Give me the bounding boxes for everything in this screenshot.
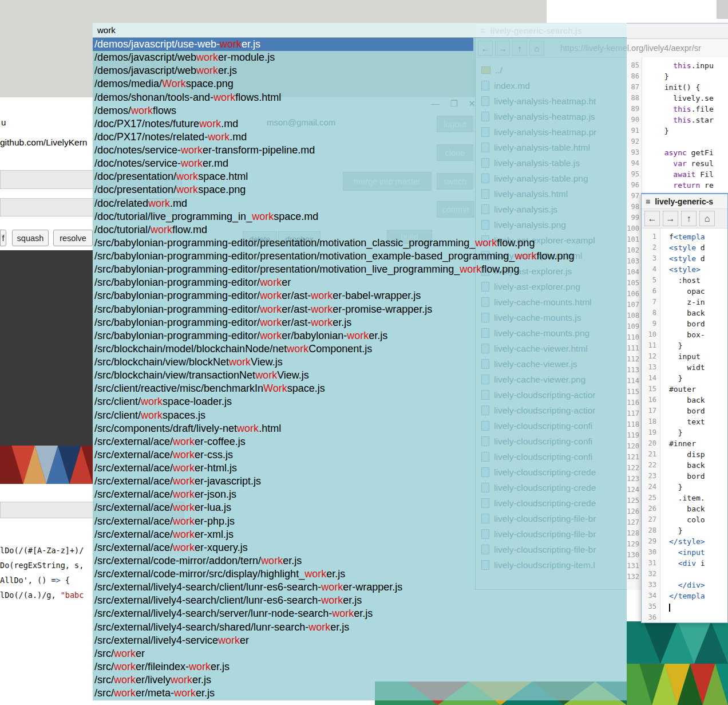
line-number: 130 <box>627 550 642 561</box>
code-line: 10 box- <box>642 329 727 340</box>
search-result-row[interactable]: /doc/relatedwork.md <box>93 197 627 210</box>
line-number: 92 <box>627 136 642 147</box>
line-number: 34 <box>642 590 660 601</box>
line-number: 89 <box>627 104 642 115</box>
search-result-row[interactable]: /src/blockchain/model/blockchainNode/net… <box>93 342 627 356</box>
search-result-row[interactable]: /doc/PX17/notes/related-work.md <box>93 131 627 144</box>
search-result-row[interactable]: /src/worker <box>93 647 627 660</box>
search-result-row[interactable]: /src/client/workspace-loader.js <box>93 395 627 408</box>
search-result-row[interactable]: /demos/media/Workspace.png <box>93 77 627 90</box>
search-result-row[interactable]: /src/babylonian-programming-editor/prese… <box>93 263 627 276</box>
search-result-row[interactable]: /src/components/draft/lively-network.htm… <box>93 422 627 435</box>
code-line: 95 await Fil <box>627 169 728 180</box>
triangle-mosaic <box>627 664 728 705</box>
search-result-row[interactable]: /src/external/lively4-search/server/lunr… <box>93 607 627 620</box>
window-titlebar[interactable]: ≡ lively-generic-s <box>642 194 727 209</box>
search-result-row[interactable]: /doc/presentation/workspace.png <box>93 183 627 196</box>
search-result-row[interactable]: /src/external/ace/worker-html.js <box>93 462 627 475</box>
line-number: 10 <box>642 329 660 340</box>
back-button[interactable]: ← <box>644 211 660 226</box>
code-line: 89 this.file <box>627 104 728 115</box>
search-result-row[interactable]: /src/external/lively4-serviceworker <box>93 634 627 647</box>
search-result-row[interactable]: /doc/PX17/notes/futurework.md <box>93 117 627 131</box>
search-result-row[interactable]: /src/external/ace/worker-css.js <box>93 448 627 462</box>
search-result-row[interactable]: /src/blockchain/view/blockNetworkView.js <box>93 356 627 369</box>
line-number: 90 <box>627 115 642 125</box>
search-result-row[interactable]: /doc/presentation/workspace.html <box>93 170 627 183</box>
search-input[interactable]: work <box>93 23 627 38</box>
home-button[interactable]: ⌂ <box>699 211 715 226</box>
code-line: 29</style> <box>642 536 727 547</box>
code-fragment: Do(regExString, s, <box>0 561 84 570</box>
search-result-row[interactable]: /demos/javascript/webworker.js <box>93 64 627 77</box>
search-result-row[interactable]: /src/client/workspaces.js <box>93 409 627 422</box>
search-result-row[interactable]: /src/external/lively4-search/client/lunr… <box>93 594 627 607</box>
code-line: 86 } <box>627 71 728 82</box>
window-title: lively-generic-s <box>655 197 713 206</box>
search-result-row[interactable]: /src/babylonian-programming-editor/worke… <box>93 329 627 342</box>
code-line: 11 } <box>642 340 727 351</box>
up-button[interactable]: ↑ <box>681 211 697 226</box>
search-result-row[interactable]: /src/babylonian-programming-editor/worke… <box>93 289 627 302</box>
code-line: 17 bord <box>642 405 727 416</box>
search-result-row[interactable]: /src/blockchain/view/transactionNetworkV… <box>93 369 627 382</box>
search-result-row[interactable]: /src/external/ace/worker-xml.js <box>93 528 627 541</box>
cut-button[interactable]: f <box>0 230 6 246</box>
line-number: 22 <box>642 460 660 471</box>
line-number: 129 <box>627 539 642 550</box>
line-number: 110 <box>627 332 642 343</box>
search-result-row[interactable]: /doc/notes/service-worker.md <box>93 157 627 170</box>
line-number: 11 <box>642 340 660 351</box>
line-number: 9 <box>642 318 660 329</box>
line-number: 88 <box>627 93 642 104</box>
search-result-row[interactable]: /src/babylonian-programming-editor/prese… <box>93 237 627 250</box>
search-result-row[interactable]: /src/external/ace/worker-lua.js <box>93 501 627 514</box>
resolve-button[interactable]: resolve <box>53 230 93 246</box>
search-result-row[interactable]: /src/external/code-mirror/src/display/hi… <box>93 568 627 581</box>
line-number: 124 <box>627 485 642 495</box>
line-number: 86 <box>627 71 642 82</box>
search-result-row[interactable]: /src/external/ace/worker-xquery.js <box>93 541 627 554</box>
code-line: 34</templa <box>642 590 727 601</box>
search-result-row[interactable]: /src/external/code-mirror/addon/tern/wor… <box>93 554 627 568</box>
code-line: 91 } <box>627 125 728 136</box>
search-result-row[interactable]: /src/external/ace/worker-javascript.js <box>93 475 627 488</box>
search-result-row[interactable]: /doc/tutorial/workflow.md <box>93 223 627 237</box>
code-line: 32 <box>642 569 727 580</box>
search-result-row[interactable]: /doc/tutorial/live_programming_in_worksp… <box>93 210 627 223</box>
search-result-row[interactable]: /src/babylonian-programming-editor/prese… <box>93 250 627 263</box>
code-editor[interactable]: 1f<templa2<style d3<style d4<style>5 :ho… <box>642 229 727 623</box>
search-result-row[interactable]: /src/external/ace/worker-json.js <box>93 488 627 501</box>
search-result-row[interactable]: /src/babylonian-programming-editor/worke… <box>93 276 627 289</box>
forward-button[interactable]: → <box>663 211 678 226</box>
search-result-row[interactable]: /src/client/reactive/misc/benchmarkInWor… <box>93 382 627 395</box>
search-result-row[interactable]: /src/external/lively4-search/client/lunr… <box>93 581 627 594</box>
search-result-row[interactable]: /src/worker/meta-worker.js <box>93 687 627 700</box>
search-result-row[interactable]: /demos/shonan/tools-and-workflows.html <box>93 91 627 104</box>
code-line: 27 colo <box>642 514 727 525</box>
line-number: 101 <box>627 234 642 245</box>
search-result-row[interactable]: /src/babylonian-programming-editor/worke… <box>93 303 627 316</box>
code-line: 18 text <box>642 416 727 427</box>
triangle-mosaic <box>0 446 93 484</box>
search-result-row[interactable]: /src/worker/livelyworker.js <box>93 674 627 687</box>
search-result-row[interactable]: /src/worker/fileindex-worker.js <box>93 660 627 674</box>
search-result-row[interactable]: /src/external/ace/worker-php.js <box>93 515 627 528</box>
search-result-row[interactable]: /demos/workflows <box>93 104 627 117</box>
line-number: 85 <box>627 60 642 71</box>
search-result-row[interactable]: /doc/notes/service-worker-transform-pipe… <box>93 144 627 157</box>
code-line: 5 :host <box>642 275 727 286</box>
menu-icon[interactable]: ≡ <box>646 197 650 206</box>
code-line: 90 this.star <box>627 115 728 125</box>
search-result-row[interactable]: /src/external/ace/worker-coffee.js <box>93 435 627 448</box>
search-result-row[interactable]: /demos/javascript/webworker-module.js <box>93 51 627 64</box>
search-result-row[interactable]: /demos/javascript/use-web-worker.js <box>93 38 473 51</box>
line-number: 21 <box>642 449 660 460</box>
text-fragment: u <box>1 117 6 127</box>
search-result-row[interactable]: /src/external/lively4-search/shared/lunr… <box>93 621 627 634</box>
line-number: 5 <box>642 275 660 286</box>
squash-button[interactable]: squash <box>12 230 49 246</box>
search-result-row[interactable]: /src/babylonian-programming-editor/worke… <box>93 316 627 329</box>
code-line: 96 return re <box>627 180 728 191</box>
line-number: 91 <box>627 125 642 136</box>
